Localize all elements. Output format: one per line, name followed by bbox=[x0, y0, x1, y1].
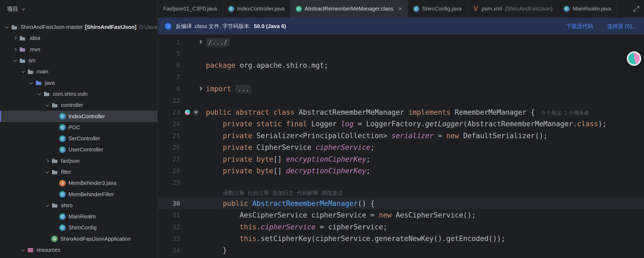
line-number: 6 bbox=[158, 62, 181, 69]
line-number: 29 bbox=[158, 179, 181, 186]
tree-item-path: D:\Java_Pro bbox=[139, 24, 157, 30]
chevron-right-icon[interactable] bbox=[43, 160, 51, 162]
tab-bar-tabs: Fastjson11_C3P0.javaCIndexController.jav… bbox=[158, 0, 617, 18]
line-number: 26 bbox=[158, 144, 181, 151]
tree-item-.idea[interactable]: .idea bbox=[0, 33, 157, 44]
code-text[interactable]: private byte[] decryptionCipherKey; bbox=[206, 167, 371, 175]
tab-IndexController.java[interactable]: CIndexController.java bbox=[223, 0, 290, 18]
tree-item-UserController[interactable]: CUserController bbox=[0, 144, 157, 155]
code-text[interactable]: this.cipherService = cipherService; bbox=[206, 223, 387, 231]
tree-item-label: ShiroAndFastJsonApplication bbox=[60, 236, 131, 242]
tree-item-.mvn[interactable]: .mvn bbox=[0, 44, 157, 55]
line-number: 27 bbox=[158, 156, 181, 163]
tree-item-label-bold: [ShiroAndFastJson] bbox=[85, 24, 136, 30]
code-text[interactable]: private Serializer<PrincipalCollection> … bbox=[206, 132, 548, 140]
panel-title: 项目 bbox=[7, 5, 18, 13]
code-text[interactable]: import ... bbox=[206, 85, 251, 93]
tree-item-IndexController[interactable]: CIndexController bbox=[0, 111, 157, 122]
code-line-34: 34 } bbox=[158, 245, 644, 256]
code-editor[interactable]: 1/.../56package org.apache.shiro.mgt;78i… bbox=[158, 35, 644, 258]
tab-label: pom.xml bbox=[482, 6, 502, 12]
tree-item-MainRealm[interactable]: CMainRealm bbox=[0, 211, 157, 222]
code-text[interactable]: private static final Logger log = Logger… bbox=[206, 120, 607, 128]
tree-item-label: .mvn bbox=[29, 46, 40, 53]
tab-label: MainRealm.java bbox=[573, 6, 611, 12]
code-text[interactable]: } bbox=[206, 246, 227, 254]
usages-inlay[interactable]: 0 个用法 1 个继承者 bbox=[542, 110, 589, 116]
tree-item-SerController[interactable]: CSerController bbox=[0, 133, 157, 144]
info-icon: i bbox=[165, 23, 171, 29]
chevron-right-icon[interactable] bbox=[11, 48, 19, 51]
line-number: 32 bbox=[158, 223, 181, 230]
chevron-down-icon[interactable] bbox=[43, 104, 51, 106]
folder-mvn-icon bbox=[19, 46, 26, 53]
chevron-down-icon bbox=[22, 7, 25, 10]
tree-item-ShiroAndFastJson-master[interactable]: ShiroAndFastJson-master[ShiroAndFastJson… bbox=[0, 22, 157, 33]
tree-item-POC[interactable]: CPOC bbox=[0, 122, 157, 133]
tree-item-fastjson[interactable]: fastjson bbox=[0, 155, 157, 167]
download-sources-link[interactable]: 下载源代码 bbox=[566, 23, 593, 30]
tree-item-filter[interactable]: filter bbox=[0, 167, 157, 178]
code-line-7: 7 bbox=[158, 71, 644, 83]
chevron-down-icon[interactable] bbox=[35, 93, 43, 95]
tree-item-label: ShiroConfig bbox=[68, 225, 97, 231]
code-text[interactable]: /.../ bbox=[206, 38, 230, 46]
tree-item-controller[interactable]: controller bbox=[0, 100, 157, 111]
code-line-23: 23public abstract class AbstractRemember… bbox=[158, 106, 644, 118]
ai-assistant-floating-button[interactable] bbox=[627, 51, 641, 66]
editor-tab-bar: Fastjson11_C3P0.javaCIndexController.jav… bbox=[158, 0, 644, 18]
code-text[interactable]: AesCipherService cipherService = new Aes… bbox=[206, 211, 476, 219]
line-number: 33 bbox=[158, 235, 181, 242]
tree-item-main[interactable]: main bbox=[0, 66, 157, 77]
tree-item-ShiroAndFastJsonApplication[interactable]: SShiroAndFastJsonApplication bbox=[0, 233, 157, 245]
fold-expand-icon[interactable] bbox=[198, 40, 202, 44]
code-text[interactable]: private CipherService cipherService; bbox=[206, 143, 375, 151]
chevron-right-icon[interactable] bbox=[11, 37, 19, 39]
chevron-down-icon[interactable] bbox=[19, 249, 27, 251]
tree-item-label: src bbox=[29, 57, 36, 64]
code-text[interactable]: public AbstractRememberMeManager() { bbox=[206, 199, 375, 208]
close-tab-icon[interactable]: × bbox=[399, 6, 402, 12]
tab-AbstractRememberMeManager.class[interactable]: CAbstractRememberMeManager.class× bbox=[290, 0, 408, 18]
code-text[interactable]: public abstract class AbstractRememberMe… bbox=[206, 108, 589, 117]
choose-sources-link[interactable]: 选择源 (S)... bbox=[607, 23, 636, 30]
tab-MainRealm.java[interactable]: CMainRealm.java bbox=[558, 0, 617, 18]
gutter bbox=[181, 198, 206, 209]
implementations-down-icon[interactable] bbox=[193, 109, 199, 115]
code-text[interactable]: this.setCipherKey(cipherService.generate… bbox=[206, 235, 505, 243]
class-icon: C bbox=[564, 6, 570, 12]
tree-item-resources[interactable]: resources bbox=[0, 245, 157, 256]
tree-item-MemBehinder3.java[interactable]: JMemBehinder3.java bbox=[0, 178, 157, 189]
tree-item-ShiroConfig[interactable]: CShiroConfig bbox=[0, 222, 157, 233]
tree-item-MemBehinderFilter[interactable]: CMemBehinderFilter bbox=[0, 189, 157, 200]
tree-item-label: controller bbox=[61, 102, 83, 108]
tab-ShiroConfig.java[interactable]: CShiroConfig.java bbox=[408, 0, 468, 18]
code-text[interactable]: private byte[] encryptionCipherKey; bbox=[206, 155, 371, 163]
tree-item-label: .idea bbox=[29, 35, 40, 41]
code-text[interactable]: package org.apache.shiro.mgt; bbox=[206, 61, 328, 69]
line-number: 25 bbox=[158, 132, 181, 139]
tree-item-java[interactable]: java bbox=[0, 77, 157, 88]
tab-Fastjson11_C3P0.java[interactable]: Fastjson11_C3P0.java bbox=[158, 0, 223, 18]
project-panel-header[interactable]: 项目 bbox=[0, 0, 157, 18]
expand-icon[interactable]: ⤢ bbox=[633, 0, 639, 18]
chevron-down-icon[interactable] bbox=[11, 59, 19, 62]
code-text[interactable]: 函数注释 行间注释 添加日志 代码解释 调优建议 bbox=[206, 189, 343, 197]
tab-label: IndexController.java bbox=[237, 6, 285, 12]
fold-expand-icon[interactable] bbox=[198, 87, 202, 90]
tab-pom.xml[interactable]: Vpom.xml(ShiroAndFastJson) bbox=[467, 0, 558, 18]
tree-item-shiro[interactable]: shiro bbox=[0, 200, 157, 211]
ai-assistant-mini-icon[interactable] bbox=[185, 110, 190, 115]
folder-src-icon bbox=[19, 57, 26, 64]
chevron-down-icon[interactable] bbox=[19, 70, 27, 73]
tree-item-label: IndexController bbox=[68, 113, 105, 120]
chevron-down-icon[interactable] bbox=[43, 171, 51, 173]
chevron-down-icon[interactable] bbox=[43, 204, 51, 207]
tree-item-src[interactable]: src bbox=[0, 55, 157, 66]
tree-item-com.shiro.vuln[interactable]: com.shiro.vuln bbox=[0, 89, 157, 100]
gutter bbox=[181, 188, 206, 198]
chevron-down-icon[interactable] bbox=[3, 26, 11, 28]
chevron-down-icon[interactable] bbox=[27, 82, 35, 84]
line-number: 34 bbox=[158, 247, 181, 254]
editor-lines: 1/.../56package org.apache.shiro.mgt;78i… bbox=[158, 36, 644, 256]
